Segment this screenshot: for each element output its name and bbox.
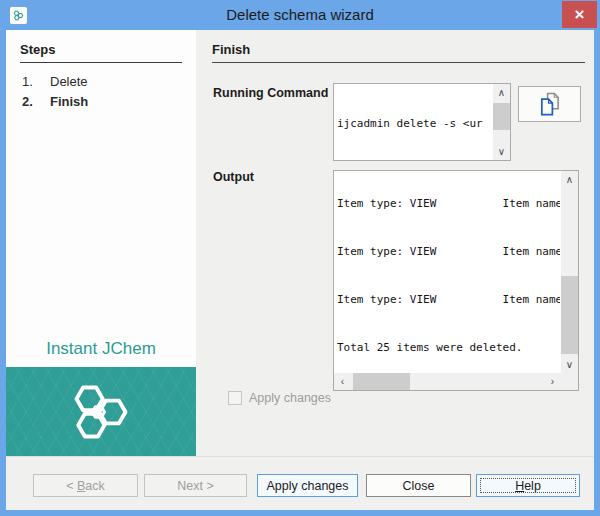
step-label: Finish	[50, 94, 88, 109]
button-bar: < Back Next > Apply changes Close Help	[6, 456, 594, 510]
close-dialog-button[interactable]: Close	[366, 474, 471, 497]
window-title: Delete schema wizard	[0, 0, 600, 30]
back-button[interactable]: < Back	[33, 474, 138, 497]
next-button[interactable]: Next >	[144, 474, 247, 497]
output-line: Item type: VIEW Item name	[337, 292, 560, 308]
scroll-up-arrow-icon[interactable]: ∧	[493, 84, 510, 101]
command-scrollbar-thumb[interactable]	[493, 103, 510, 130]
scroll-up-arrow-icon[interactable]: ∧	[561, 171, 578, 188]
output-horizontal-scrollbar[interactable]: ‹ ›	[334, 373, 561, 390]
running-command-text: ijcadmin delete -s <ur l> -u <usr> -p <p…	[337, 86, 492, 159]
command-line: ijcadmin delete -s <ur	[337, 116, 492, 131]
output-line: Total 25 items were deleted.	[337, 340, 560, 356]
help-button[interactable]: Help	[476, 474, 580, 497]
brand-banner	[6, 367, 196, 456]
step-number: 2.	[22, 94, 50, 109]
output-label: Output	[213, 170, 254, 184]
apply-changes-checkbox-label: Apply changes	[249, 391, 331, 405]
output-hscrollbar-thumb[interactable]	[353, 373, 410, 390]
step-label: Delete	[50, 74, 88, 89]
delete-schema-wizard-window: { "window": { "title": "Delete schema wi…	[0, 0, 600, 516]
close-icon: ×	[575, 5, 585, 25]
back-button-mnemonic: B	[77, 479, 85, 493]
output-vertical-scrollbar[interactable]: ∧ ∨	[561, 171, 578, 373]
dialog-body: Steps 1. Delete 2. Finish Instant JChem	[6, 30, 594, 510]
copy-command-button[interactable]	[518, 86, 581, 122]
steps-list: 1. Delete 2. Finish	[6, 72, 196, 112]
scroll-down-arrow-icon[interactable]: ∨	[493, 143, 510, 160]
output-text: Item type: VIEW Item name Item type: VIE…	[337, 171, 560, 372]
output-textarea[interactable]: Item type: VIEW Item name Item type: VIE…	[333, 170, 579, 391]
next-button-label: Next >	[177, 479, 213, 493]
command-vertical-scrollbar[interactable]: ∧ ∨	[493, 84, 510, 160]
copy-icon	[538, 91, 561, 117]
brand-text: Instant JChem	[6, 339, 196, 359]
instant-jchem-logo-icon	[63, 377, 139, 447]
output-line: Item type: VIEW Item name	[337, 244, 560, 260]
scrollbar-corner	[561, 373, 578, 390]
step-number: 1.	[22, 74, 50, 89]
steps-header: Steps	[20, 42, 182, 63]
back-button-label: <	[66, 479, 77, 493]
running-command-textarea[interactable]: ijcadmin delete -s <ur l> -u <usr> -p <p…	[333, 83, 511, 161]
apply-changes-button[interactable]: Apply changes	[257, 474, 358, 497]
apply-changes-checkbox-row: Apply changes	[228, 391, 331, 405]
output-line-partial: Item type: VIEW Item name	[337, 196, 560, 212]
scroll-right-arrow-icon[interactable]: ›	[544, 373, 561, 390]
running-command-label: Running Command	[213, 86, 328, 100]
scroll-left-arrow-icon[interactable]: ‹	[334, 373, 351, 390]
close-button-label: Close	[403, 479, 435, 493]
titlebar[interactable]: Delete schema wizard ×	[0, 0, 600, 30]
apply-changes-button-label: Apply changes	[266, 479, 348, 493]
close-button[interactable]: ×	[562, 1, 597, 28]
step-item-finish-current: 2. Finish	[6, 92, 196, 112]
finish-panel: Finish Running Command ijcadmin delete -…	[196, 30, 594, 456]
help-button-label: elp	[524, 479, 541, 493]
output-vscrollbar-thumb[interactable]	[561, 276, 578, 354]
scroll-down-arrow-icon[interactable]: ∨	[561, 356, 578, 373]
help-button-mnemonic: H	[515, 479, 524, 493]
apply-changes-checkbox[interactable]	[228, 391, 242, 405]
back-button-label: ack	[85, 479, 104, 493]
step-item-delete: 1. Delete	[6, 72, 196, 92]
steps-sidebar: Steps 1. Delete 2. Finish Instant JChem	[6, 30, 196, 456]
panel-title: Finish	[212, 42, 585, 63]
